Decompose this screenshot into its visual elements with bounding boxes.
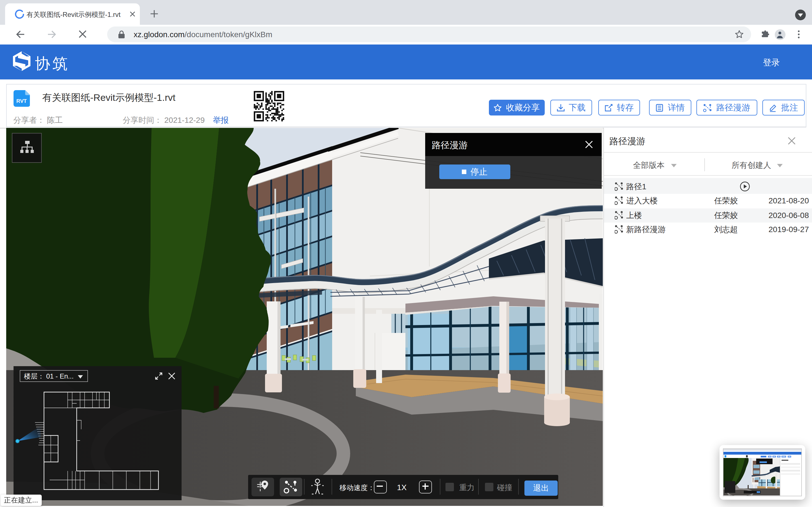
svg-text:RVT: RVT (16, 98, 27, 104)
